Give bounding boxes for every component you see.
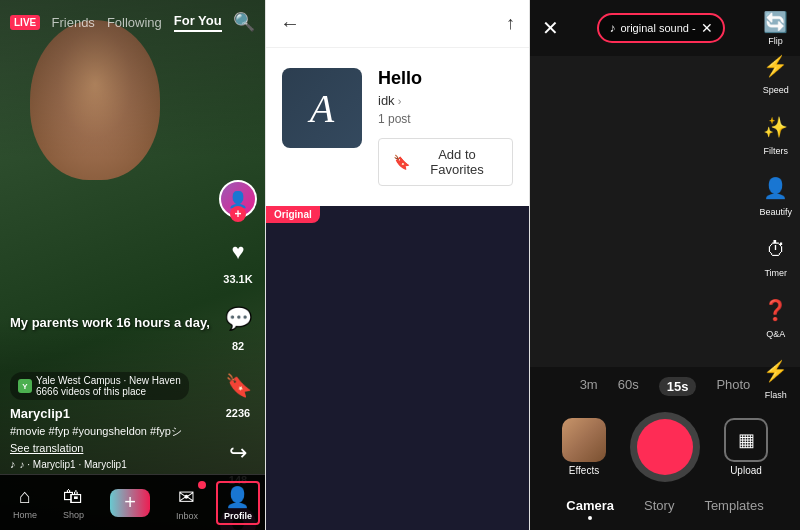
qa-tool[interactable]: ❓ Q&A — [760, 294, 792, 339]
bookmark-count: 2236 — [226, 407, 250, 419]
upload-button[interactable]: ▦ Upload — [724, 418, 768, 476]
bookmark-action[interactable]: 🔖 2236 — [220, 368, 256, 419]
feed-hashtags[interactable]: #movie #fyp #youngsheldon #fypシ — [10, 424, 215, 439]
nav-profile[interactable]: 👤 Profile — [216, 481, 260, 525]
nav-following[interactable]: Following — [107, 15, 162, 30]
camera-bottom-nav: Camera Story Templates — [530, 490, 800, 530]
sound-header: ← ↑ — [266, 0, 529, 48]
duration-15s[interactable]: 15s — [659, 377, 697, 396]
sound-text: ♪ · Maryclip1 · Maryclip1 — [20, 459, 127, 470]
comment-count: 82 — [232, 340, 244, 352]
back-button[interactable]: ← — [280, 12, 300, 35]
profile-label: Profile — [224, 511, 252, 521]
live-badge[interactable]: LIVE — [10, 15, 40, 30]
camera-nav-label: Camera — [566, 498, 614, 513]
chevron-right-icon: › — [398, 95, 402, 107]
beautify-label: Beautify — [759, 207, 792, 217]
filters-label: Filters — [763, 146, 788, 156]
upload-box: ▦ — [724, 418, 768, 462]
top-navigation: LIVE Friends Following For You 🔍 — [0, 0, 265, 44]
feed-sound[interactable]: ♪ ♪ · Maryclip1 · Maryclip1 — [10, 458, 215, 470]
shop-label: Shop — [63, 510, 84, 520]
caption-overlay: My parents work 16 hours a day, — [10, 315, 215, 330]
record-button[interactable] — [630, 412, 700, 482]
nav-for-you[interactable]: For You — [174, 13, 222, 32]
sound-share-button[interactable]: ↑ — [506, 13, 515, 34]
heart-icon[interactable]: ♥ — [220, 234, 256, 270]
nav-friends[interactable]: Friends — [52, 15, 95, 30]
camera-header: ✕ ♪ original sound - ✕ 🔄 Flip — [530, 0, 800, 56]
sound-artist-link[interactable]: idk › — [378, 93, 513, 108]
sound-pill[interactable]: ♪ original sound - ✕ — [597, 13, 724, 43]
feed-username[interactable]: Maryclip1 — [10, 406, 215, 421]
flash-label: Flash — [765, 390, 787, 400]
sound-pill-text: original sound - — [620, 22, 695, 34]
timer-icon: ⏱ — [760, 233, 792, 265]
original-badge: Original — [266, 206, 320, 223]
sound-info-section: A Hello idk › 1 post 🔖 Add to Favorites — [266, 48, 529, 206]
timer-label: Timer — [764, 268, 787, 278]
duration-3m[interactable]: 3m — [580, 377, 598, 396]
cam-nav-camera[interactable]: Camera — [566, 498, 614, 520]
sound-panel: ← ↑ A Hello idk › 1 post 🔖 Add to Favori… — [265, 0, 530, 530]
inbox-label: Inbox — [176, 511, 198, 521]
flash-tool[interactable]: ⚡ Flash — [760, 355, 792, 400]
music-note-icon: ♪ — [10, 458, 16, 470]
duration-60s[interactable]: 60s — [618, 377, 639, 396]
sound-videos-section: Original — [266, 206, 529, 530]
cam-nav-story[interactable]: Story — [644, 498, 674, 520]
location-tag[interactable]: Y Yale West Campus · New Haven 6666 vide… — [10, 372, 189, 400]
upload-icon: ▦ — [738, 429, 755, 451]
nav-create[interactable]: + — [102, 485, 158, 521]
duration-photo[interactable]: Photo — [716, 377, 750, 396]
camera-right-tools: ⚡ Speed ✨ Filters 👤 Beautify ⏱ Timer ❓ Q… — [759, 50, 792, 400]
comment-action[interactable]: 💬 82 — [220, 301, 256, 352]
effects-thumbnail — [562, 418, 606, 462]
story-nav-label: Story — [644, 498, 674, 513]
speed-icon: ⚡ — [760, 50, 792, 82]
cam-nav-templates[interactable]: Templates — [704, 498, 763, 520]
effects-button[interactable]: Effects — [562, 418, 606, 476]
create-button[interactable]: + — [110, 489, 150, 517]
like-action[interactable]: ♥ 33.1K — [220, 234, 256, 285]
sound-thumbnail: A — [282, 68, 362, 148]
timer-tool[interactable]: ⏱ Timer — [760, 233, 792, 278]
camera-nav-dot — [588, 516, 592, 520]
user-avatar[interactable]: 👤 — [219, 180, 257, 218]
flip-tool[interactable]: 🔄 Flip — [763, 10, 788, 46]
home-label: Home — [13, 510, 37, 520]
close-camera-button[interactable]: ✕ — [542, 16, 559, 40]
shop-icon: 🛍 — [63, 485, 83, 508]
sound-note-icon: ♪ — [609, 21, 615, 35]
nav-home[interactable]: ⌂ Home — [5, 481, 45, 524]
sound-posts-count: 1 post — [378, 112, 513, 126]
nav-shop[interactable]: 🛍 Shop — [55, 481, 92, 524]
search-icon[interactable]: 🔍 — [233, 11, 255, 33]
nav-inbox[interactable]: ✉ Inbox — [168, 481, 206, 525]
flip-icon: 🔄 — [763, 10, 788, 34]
feed-panel: LIVE Friends Following For You 🔍 My pare… — [0, 0, 265, 530]
artist-name: idk — [378, 93, 395, 108]
sound-pill-close-button[interactable]: ✕ — [701, 20, 713, 36]
bookmark-icon[interactable]: 🔖 — [220, 368, 256, 404]
location-name: Yale West Campus · New Haven 6666 videos… — [36, 375, 181, 397]
like-count: 33.1K — [223, 273, 252, 285]
share-icon[interactable]: ↪ — [220, 435, 256, 471]
location-icon: Y — [18, 379, 32, 393]
speed-tool[interactable]: ⚡ Speed — [760, 50, 792, 95]
filters-tool[interactable]: ✨ Filters — [760, 111, 792, 156]
beautify-tool[interactable]: 👤 Beautify — [759, 172, 792, 217]
feed-caption: My parents work 16 hours a day, — [10, 315, 215, 330]
beautify-icon: 👤 — [760, 172, 792, 204]
profile-icon: 👤 — [225, 485, 250, 509]
sound-video-preview[interactable] — [266, 206, 529, 530]
add-to-favorites-button[interactable]: 🔖 Add to Favorites — [378, 138, 513, 186]
upload-label: Upload — [730, 465, 762, 476]
filters-icon: ✨ — [760, 111, 792, 143]
flash-icon: ⚡ — [760, 355, 792, 387]
see-translation[interactable]: See translation — [10, 442, 215, 454]
sound-thumbnail-letter: A — [310, 85, 334, 132]
comment-icon[interactable]: 💬 — [220, 301, 256, 337]
qa-label: Q&A — [766, 329, 785, 339]
avatar-action[interactable]: 👤 — [219, 180, 257, 218]
